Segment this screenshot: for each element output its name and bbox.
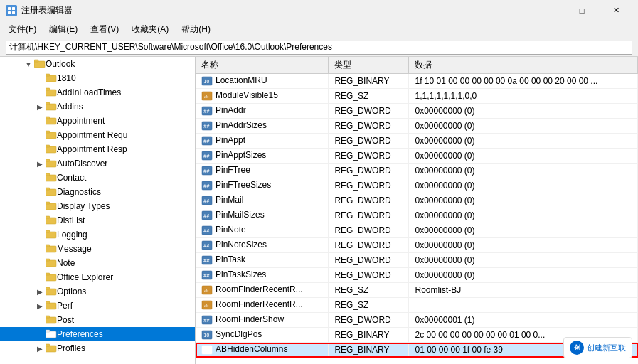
expand-button[interactable]: ▼ (23, 58, 34, 70)
expand-placeholder (34, 314, 46, 326)
tree-item-label: Appointment (57, 116, 105, 126)
svg-rect-41 (46, 316, 50, 318)
table-row[interactable]: ab RoomFinderRecentR...REG_SZ (196, 298, 638, 313)
svg-rect-12 (46, 118, 56, 124)
menu-item-favorites[interactable]: 收藏夹(A) (126, 22, 174, 37)
expand-placeholder (34, 257, 46, 269)
reg-name-cell: ## PinAddr (196, 104, 329, 119)
svg-rect-13 (46, 117, 50, 119)
folder-icon (46, 300, 57, 312)
menu-item-help[interactable]: 帮助(H) (176, 22, 216, 37)
tree-item-post[interactable]: Post (0, 313, 195, 327)
table-row[interactable]: ## PinMailREG_DWORD0x00000000 (0) (196, 193, 638, 208)
svg-rect-1 (12, 7, 15, 10)
tree-item-displaytypes[interactable]: Display Types (0, 199, 195, 213)
table-row[interactable]: ab ModuleVisible15REG_SZ1,1,1,1,1,1,1,0,… (196, 89, 638, 104)
table-row[interactable]: ## PinTaskREG_DWORD0x00000000 (0) (196, 253, 638, 268)
tree-item-1810[interactable]: 1810 (0, 71, 195, 85)
svg-rect-16 (46, 146, 56, 153)
address-path[interactable]: 计算机\HKEY_CURRENT_USER\Software\Microsoft… (6, 41, 632, 55)
svg-rect-7 (46, 74, 50, 76)
table-row[interactable]: ## PinNoteSizesREG_DWORD0x00000000 (0) (196, 238, 638, 253)
table-row[interactable]: 10 LocationMRUREG_BINARY1f 10 01 00 00 0… (196, 74, 638, 89)
table-row[interactable]: ## PinApptREG_DWORD0x00000000 (0) (196, 134, 638, 149)
reg-data-cell: 0x00000000 (0) (409, 253, 638, 268)
svg-rect-4 (34, 61, 45, 68)
tree-item-addins[interactable]: ▶ Addins (0, 100, 195, 114)
folder-icon (34, 58, 46, 70)
table-row[interactable]: ## PinNoteREG_DWORD0x00000000 (0) (196, 223, 638, 238)
expand-button[interactable]: ▶ (34, 286, 46, 297)
table-row[interactable]: ## PinAddrREG_DWORD0x00000000 (0) (196, 104, 638, 119)
reg-name-cell: ## PinMailSizes (196, 208, 329, 223)
tree-item-addinloadtimes[interactable]: AddInLoadTimes (0, 85, 195, 100)
reg-name-cell: ## PinApptSizes (196, 149, 329, 164)
svg-rect-23 (46, 188, 50, 190)
menu-item-file[interactable]: 文件(F) (3, 22, 42, 37)
svg-text:ab: ab (204, 288, 209, 294)
reg-name-cell: ## PinFTree (196, 164, 329, 178)
reg-type-cell: REG_DWORD (329, 223, 409, 238)
table-row[interactable]: ## PinFTreeSizesREG_DWORD0x00000000 (0) (196, 178, 638, 193)
folder-icon (46, 200, 57, 213)
svg-rect-29 (46, 230, 50, 232)
reg-data-cell: 0x00000000 (0) (409, 164, 638, 178)
expand-button[interactable]: ▶ (34, 158, 46, 169)
expand-button[interactable]: ▶ (34, 300, 46, 311)
expand-placeholder (34, 215, 46, 226)
reg-type-cell: REG_DWORD (329, 268, 409, 283)
svg-text:ab: ab (204, 94, 209, 100)
tree-item-profiles[interactable]: ▶ Profiles (0, 341, 195, 355)
menu-item-edit[interactable]: 编辑(E) (43, 22, 83, 37)
table-row[interactable]: ## PinTaskSizesREG_DWORD0x00000000 (0) (196, 268, 638, 283)
title-bar: 注册表编辑器 ─ □ ✕ (0, 0, 638, 21)
reg-type-cell: REG_SZ (329, 89, 409, 104)
table-row[interactable]: ## PinFTreeREG_DWORD0x00000000 (0) (196, 164, 638, 178)
tree-item-diagnostics[interactable]: Diagnostics (0, 185, 195, 199)
reg-type-cell: REG_DWORD (329, 313, 409, 328)
minimize-button[interactable]: ─ (531, 0, 564, 21)
table-row[interactable]: ## PinAddrSizesREG_DWORD0x00000000 (0) (196, 119, 638, 134)
expand-placeholder (34, 129, 46, 141)
main-content: ▼ Outlook 1810 AddInLoadTimes▶ Addins Ap… (0, 57, 638, 364)
tree-item-appointmentresp[interactable]: Appointment Resp (0, 142, 195, 156)
tree-item-appointment[interactable]: Appointment (0, 114, 195, 128)
tree-item-logging[interactable]: Logging (0, 228, 195, 242)
svg-rect-45 (46, 344, 50, 346)
tree-item-distlist[interactable]: DistList (0, 213, 195, 228)
tree-item-message[interactable]: Message (0, 242, 195, 256)
svg-text:##: ## (203, 198, 210, 204)
reg-name-cell: ab RoomFinderRecentR... (196, 298, 329, 313)
reg-name-cell: ## PinAddrSizes (196, 119, 329, 134)
expand-button[interactable]: ▶ (34, 101, 46, 112)
window-title: 注册表编辑器 (21, 4, 73, 16)
folder-icon (46, 286, 57, 298)
table-row[interactable]: ## PinApptSizesREG_DWORD0x00000000 (0) (196, 149, 638, 164)
close-button[interactable]: ✕ (600, 0, 632, 21)
regedit-icon (6, 5, 17, 16)
table-row[interactable]: ## PinMailSizesREG_DWORD0x00000000 (0) (196, 208, 638, 223)
folder-icon (46, 229, 57, 241)
tree-item-preferences[interactable]: Preferences (0, 327, 195, 341)
menu-item-view[interactable]: 查看(V) (85, 22, 124, 37)
table-row[interactable]: ab RoomFinderRecentR...REG_SZRoomlist-BJ (196, 283, 638, 298)
tree-item-label: Preferences (57, 329, 103, 339)
expand-placeholder (34, 272, 46, 283)
svg-rect-35 (46, 273, 50, 275)
expand-button[interactable]: ▶ (34, 343, 46, 354)
svg-rect-42 (46, 331, 56, 338)
tree-item-note[interactable]: Note (0, 256, 195, 270)
maximize-button[interactable]: □ (565, 0, 598, 21)
tree-item-officeexplorer[interactable]: Office Explorer (0, 270, 195, 284)
table-row[interactable]: ## RoomFinderShowREG_DWORD0x00000001 (1) (196, 313, 638, 328)
tree-item-autodiscover[interactable]: ▶ AutoDiscover (0, 156, 195, 171)
tree-item-perf[interactable]: ▶ Perf (0, 299, 195, 313)
tree-item-outlook[interactable]: ▼ Outlook (0, 57, 195, 71)
svg-rect-38 (46, 303, 56, 309)
svg-text:10: 10 (203, 79, 209, 85)
svg-text:10: 10 (203, 348, 209, 353)
tree-item-appointmentrequ[interactable]: Appointment Requ (0, 128, 195, 142)
tree-item-options[interactable]: ▶ Options (0, 284, 195, 299)
tree-item-contact[interactable]: Contact (0, 171, 195, 185)
svg-text:##: ## (203, 273, 210, 279)
